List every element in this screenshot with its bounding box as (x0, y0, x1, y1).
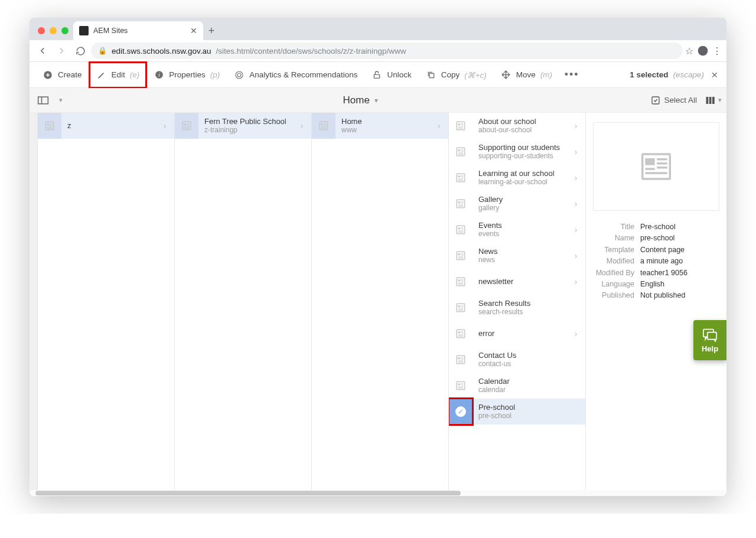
page-icon[interactable] (449, 165, 472, 191)
page-item[interactable]: Supporting our studentssupporting-our-st… (449, 139, 585, 165)
page-name: pre-school (478, 412, 581, 420)
minimize-window-icon[interactable] (50, 27, 57, 34)
chevron-right-icon: › (571, 277, 581, 286)
page-icon[interactable] (312, 113, 335, 139)
svg-rect-80 (458, 331, 461, 333)
svg-rect-33 (461, 123, 464, 124)
address-bar[interactable]: 🔒 edit.sws.schools.nsw.gov.au/sites.html… (91, 43, 683, 59)
svg-rect-100 (657, 162, 667, 165)
chevron-right-icon: › (571, 121, 581, 131)
properties-button[interactable]: i Properties (p) (146, 62, 227, 88)
page-icon[interactable] (449, 113, 472, 139)
view-switcher-button[interactable]: ▾ (705, 96, 722, 105)
page-name: about-our-school (478, 126, 565, 135)
kebab-menu-icon[interactable]: ⋮ (712, 45, 722, 57)
svg-rect-88 (461, 359, 464, 360)
page-item[interactable]: Eventsevents› (449, 217, 585, 243)
help-widget[interactable]: Help (693, 320, 726, 360)
detail-panel: TitlePre-schoolNamepre-schoolTemplateCon… (586, 113, 726, 490)
page-icon[interactable] (449, 139, 472, 165)
page-item[interactable]: Homewww› (312, 113, 448, 139)
page-title: error (478, 330, 565, 338)
page-title: Learning at our school (478, 169, 565, 178)
tab-close-icon[interactable]: ✕ (190, 26, 197, 35)
svg-rect-14 (47, 123, 50, 125)
page-icon[interactable] (449, 269, 472, 295)
page-title: Home (341, 118, 428, 126)
svg-rect-7 (429, 73, 434, 77)
page-item[interactable]: Newsnews› (449, 243, 585, 269)
edit-button[interactable]: Edit (e) (89, 62, 147, 88)
selected-check-icon[interactable]: ✓ (449, 399, 472, 425)
page-name: supporting-our-students (478, 152, 565, 161)
move-button[interactable]: Move (m) (494, 62, 559, 88)
chevron-down-icon: ▾ (374, 96, 378, 105)
page-icon[interactable] (449, 347, 472, 373)
unlock-button[interactable]: Unlock (364, 62, 418, 88)
maximize-window-icon[interactable] (61, 27, 69, 34)
page-item[interactable]: Gallerygallery› (449, 191, 585, 217)
pencil-icon (96, 70, 107, 80)
browser-tab[interactable]: AEM Sites ✕ (73, 21, 203, 40)
page-icon[interactable] (449, 373, 472, 399)
horizontal-scrollbar[interactable] (30, 490, 726, 496)
page-icon[interactable] (449, 295, 472, 321)
breadcrumb[interactable]: Home ▾ (343, 94, 378, 106)
new-tab-button[interactable]: + (203, 21, 220, 40)
chevron-right-icon: › (434, 121, 444, 131)
close-window-icon[interactable] (38, 27, 45, 34)
back-button[interactable] (34, 43, 51, 59)
page-icon[interactable] (449, 217, 472, 243)
svg-rect-28 (324, 125, 327, 126)
rail-toggle-button[interactable] (34, 92, 52, 109)
select-all-button[interactable]: Select All (651, 96, 697, 105)
meta-value: teacher1 9056 (640, 268, 687, 279)
tab-title: AEM Sites (93, 27, 128, 35)
page-item[interactable]: newsletter› (449, 269, 585, 295)
page-item[interactable]: Fern Tree Public Schoolz-trainingp› (175, 113, 311, 139)
page-icon[interactable] (38, 113, 61, 139)
page-icon[interactable] (449, 243, 472, 269)
page-item[interactable]: Search Resultssearch-results (449, 295, 585, 321)
page-item[interactable]: Contact Uscontact-us (449, 347, 585, 373)
page-item-selected[interactable]: ✓Pre-schoolpre-school (449, 399, 585, 425)
forward-button[interactable] (53, 43, 70, 59)
page-name: z-trainingp (204, 126, 291, 135)
svg-rect-8 (38, 97, 48, 104)
svg-rect-59 (458, 231, 464, 231)
page-icon[interactable] (449, 191, 472, 217)
page-item[interactable]: error› (449, 321, 585, 347)
meta-key: Published (593, 290, 640, 301)
svg-rect-50 (458, 201, 461, 203)
page-icon[interactable] (175, 113, 198, 139)
more-actions-button[interactable]: ••• (559, 62, 584, 88)
page-item[interactable]: Calendarcalendar (449, 373, 585, 399)
meta-value: Content page (640, 244, 685, 256)
page-item[interactable]: Learning at our schoollearning-at-our-sc… (449, 165, 585, 191)
meta-row: Modifieda minute ago (593, 256, 719, 267)
star-icon[interactable]: ☆ (685, 45, 693, 57)
reload-button[interactable] (72, 43, 89, 59)
svg-rect-51 (461, 201, 464, 202)
svg-rect-6 (374, 74, 380, 78)
meta-value: Pre-school (640, 221, 676, 233)
deselect-button[interactable]: ✕ (709, 70, 721, 80)
meta-key: Name (593, 233, 640, 244)
meta-row: TemplateContent page (593, 244, 719, 256)
svg-rect-23 (184, 127, 190, 128)
analytics-button[interactable]: Analytics & Recommendations (227, 62, 364, 88)
page-item[interactable]: About our schoolabout-our-school› (449, 113, 585, 139)
svg-rect-29 (321, 127, 327, 128)
copy-button[interactable]: Copy (⌘+c) (419, 62, 494, 88)
page-preview (593, 122, 719, 211)
create-button[interactable]: Create (35, 62, 89, 88)
chevron-down-icon[interactable]: ▾ (52, 92, 70, 109)
profile-icon[interactable] (697, 45, 709, 57)
column-4: About our schoolabout-our-school›Support… (449, 113, 586, 490)
meta-key: Modified (593, 256, 640, 267)
svg-rect-10 (706, 97, 708, 104)
page-item[interactable]: z› (38, 113, 174, 139)
page-icon[interactable] (449, 321, 472, 347)
svg-rect-69 (461, 279, 464, 280)
window-controls (35, 27, 73, 40)
